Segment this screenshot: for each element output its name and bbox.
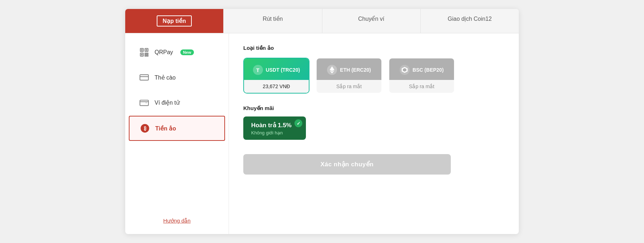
main-container: Nạp tiền Rút tiền Chuyển ví Giao dịch Co… — [125, 9, 519, 234]
tab-giao-dich-coin12[interactable]: Giao dịch Coin12 — [421, 9, 519, 33]
tab-rut-tien-label: Rút tiền — [263, 16, 283, 22]
promo-card-subtitle: Không giới hạn — [251, 130, 298, 135]
crypto-cards: T USDT (TRC20) 23,672 VNĐ ETH (ERC20) Sắ… — [243, 58, 504, 94]
tab-giao-dich-coin12-label: Giao dịch Coin12 — [448, 16, 492, 22]
crypto-card-usdt[interactable]: T USDT (TRC20) 23,672 VNĐ — [243, 58, 309, 94]
eth-status: Sắp ra mắt — [317, 80, 381, 93]
sidebar-tien-ao-label: Tiền ảo — [155, 125, 176, 132]
qr-icon — [139, 47, 150, 58]
sidebar-vi-dien-tu-label: Ví điện tử — [155, 99, 180, 106]
crypto-card-eth[interactable]: ETH (ERC20) Sắp ra mắt — [316, 58, 382, 94]
bitcoin-icon: ₿ — [140, 123, 150, 134]
svg-rect-4 — [147, 53, 148, 54]
promo-card[interactable]: ✓ Hoàn trả 1.5% Không giới hạn — [243, 116, 306, 140]
tab-rut-tien[interactable]: Rút tiền — [224, 9, 322, 33]
card-icon — [139, 72, 150, 83]
promo-card-title: Hoàn trả 1.5% — [251, 122, 298, 129]
svg-rect-7 — [141, 49, 142, 51]
body: QRPay New Thẻ cào — [125, 33, 519, 234]
svg-rect-12 — [140, 100, 148, 106]
wallet-icon — [139, 97, 150, 108]
svg-rect-8 — [146, 49, 147, 51]
svg-rect-6 — [147, 55, 148, 56]
eth-label: ETH (ERC20) — [340, 67, 371, 73]
crypto-card-bsc-top: BSC (BEP20) — [389, 58, 454, 80]
new-badge: New — [180, 49, 194, 55]
usdt-price: 23,672 VNĐ — [244, 80, 309, 93]
svg-rect-9 — [141, 54, 142, 55]
sidebar-qrpay-label: QRPay — [155, 49, 173, 56]
main-content: Loại tiền ảo T USDT (TRC20) 23,672 VNĐ — [229, 33, 519, 234]
sidebar-item-qrpay[interactable]: QRPay New — [129, 40, 225, 64]
usdt-icon: T — [253, 65, 263, 75]
tab-bar: Nạp tiền Rút tiền Chuyển ví Giao dịch Co… — [125, 9, 519, 33]
svg-rect-5 — [145, 55, 146, 56]
tab-nap-tien[interactable]: Nạp tiền — [125, 9, 224, 33]
tab-chuyen-vi[interactable]: Chuyển ví — [322, 9, 421, 33]
crypto-card-eth-top: ETH (ERC20) — [317, 58, 381, 80]
bsc-status: Sắp ra mắt — [389, 80, 454, 93]
crypto-section-title: Loại tiền ảo — [243, 45, 504, 51]
sidebar: QRPay New Thẻ cào — [125, 33, 229, 234]
eth-icon — [327, 65, 337, 75]
svg-rect-10 — [140, 75, 148, 80]
bsc-label: BSC (BEP20) — [413, 67, 444, 73]
promo-section-title: Khuyến mãi — [243, 105, 504, 111]
sidebar-item-vi-dien-tu[interactable]: Ví điện tử — [129, 91, 225, 114]
svg-rect-3 — [145, 53, 146, 54]
usdt-label: USDT (TRC20) — [266, 67, 300, 73]
huong-dan-link[interactable]: Hướng dẫn — [163, 218, 190, 224]
sidebar-item-the-cao[interactable]: Thẻ cào — [129, 66, 225, 89]
svg-text:₿: ₿ — [144, 125, 146, 131]
sidebar-item-tien-ao[interactable]: ₿ Tiền ảo — [129, 116, 225, 141]
svg-marker-16 — [330, 66, 335, 71]
promo-check-icon: ✓ — [294, 119, 302, 127]
confirm-button[interactable]: Xác nhận chuyển — [243, 154, 451, 175]
huong-dan-section: Hướng dẫn — [125, 209, 229, 228]
sidebar-the-cao-label: Thẻ cào — [155, 74, 176, 81]
tab-nap-tien-label: Nạp tiền — [157, 15, 191, 27]
tab-chuyen-vi-label: Chuyển ví — [358, 16, 384, 22]
crypto-card-usdt-top: T USDT (TRC20) — [244, 58, 309, 80]
bsc-icon — [400, 65, 410, 75]
crypto-card-bsc[interactable]: BSC (BEP20) Sắp ra mắt — [389, 58, 455, 94]
